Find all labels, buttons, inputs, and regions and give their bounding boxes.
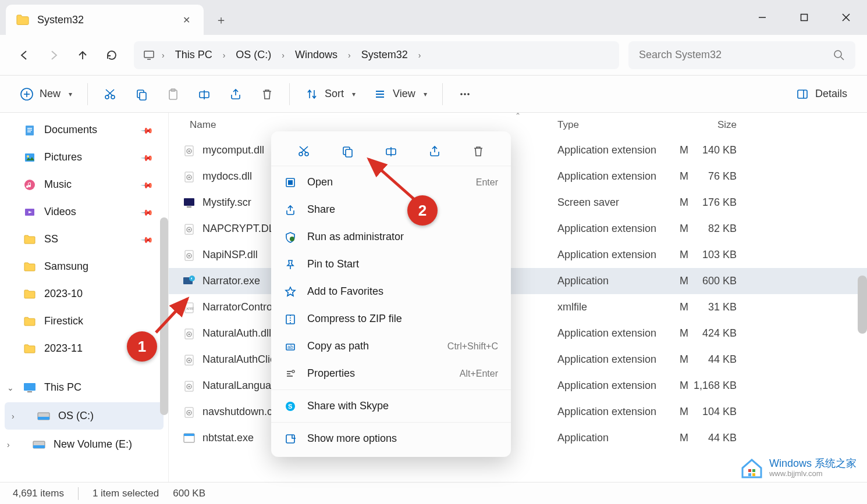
chevron-right-icon[interactable]: › bbox=[279, 51, 287, 60]
context-item[interactable]: Compress to ZIP file bbox=[271, 305, 511, 333]
sidebar-item[interactable]: Pictures📌 bbox=[0, 144, 168, 171]
file-type: Application extension bbox=[553, 170, 668, 183]
crumb-system32[interactable]: System32 bbox=[357, 45, 413, 65]
sidebar-drive[interactable]: ›OS (C:) bbox=[5, 402, 164, 430]
sidebar-drive[interactable]: ›New Volume (E:) bbox=[0, 431, 168, 458]
close-window-button[interactable] bbox=[825, 0, 867, 35]
file-name: NaturalAuth.dll bbox=[202, 327, 271, 339]
view-button[interactable]: View ▾ bbox=[367, 81, 433, 107]
file-type: xmlfile bbox=[553, 301, 668, 313]
context-item[interactable]: SShare with Skype bbox=[271, 392, 511, 420]
context-item[interactable]: PropertiesAlt+Enter bbox=[271, 360, 511, 387]
dll-icon bbox=[183, 144, 196, 157]
share-icon bbox=[284, 203, 297, 216]
refresh-button[interactable] bbox=[99, 42, 125, 68]
chevron-right-icon[interactable]: › bbox=[346, 51, 353, 60]
share-button[interactable] bbox=[223, 81, 248, 107]
maximize-button[interactable] bbox=[783, 0, 825, 35]
sort-button[interactable]: Sort ▾ bbox=[299, 81, 361, 107]
context-item[interactable]: Show more options bbox=[271, 425, 511, 452]
crumb-drive[interactable]: OS (C:) bbox=[231, 45, 276, 65]
sidebar-item[interactable]: SS📌 bbox=[0, 226, 168, 253]
file-name: mydocs.dll bbox=[202, 170, 252, 183]
minimize-button[interactable] bbox=[741, 0, 783, 35]
sidebar-item[interactable]: 2023-10 bbox=[0, 280, 168, 308]
forward-button[interactable] bbox=[41, 42, 66, 68]
ctx-copy-button[interactable] bbox=[337, 141, 358, 162]
sidebar-this-pc[interactable]: ⌄ This PC bbox=[0, 374, 168, 401]
window-controls bbox=[741, 0, 867, 35]
svg-rect-84 bbox=[288, 180, 293, 185]
delete-button[interactable] bbox=[254, 81, 280, 107]
status-selected: 1 item selected bbox=[93, 488, 159, 499]
chevron-right-icon[interactable]: › bbox=[7, 440, 10, 449]
column-type[interactable]: Type bbox=[553, 119, 668, 131]
svg-rect-27 bbox=[798, 90, 807, 98]
zip-icon bbox=[284, 313, 297, 326]
svg-rect-80 bbox=[346, 149, 352, 157]
svg-rect-30 bbox=[27, 128, 32, 129]
svg-rect-42 bbox=[33, 445, 45, 448]
sidebar-label: Music bbox=[44, 178, 72, 191]
annotation-step-1: 1 bbox=[127, 331, 157, 362]
star-icon bbox=[284, 285, 297, 298]
svg-line-7 bbox=[841, 57, 844, 60]
svg-rect-96 bbox=[748, 469, 751, 472]
up-button[interactable] bbox=[70, 42, 95, 68]
paste-button[interactable] bbox=[160, 81, 186, 107]
new-button[interactable]: New ▾ bbox=[14, 81, 78, 107]
explorer-tab[interactable]: System32 ✕ bbox=[6, 5, 204, 35]
folder-icon bbox=[16, 15, 29, 25]
file-name: NarratorContro bbox=[202, 301, 272, 313]
breadcrumb-path[interactable]: › This PC › OS (C:) › Windows › System32… bbox=[134, 41, 619, 69]
chevron-down-icon[interactable]: ⌄ bbox=[7, 383, 14, 392]
file-type: Application extension bbox=[553, 327, 668, 339]
sidebar-item[interactable]: Videos📌 bbox=[0, 198, 168, 226]
svg-point-26 bbox=[467, 93, 470, 95]
chevron-right-icon[interactable]: › bbox=[416, 51, 424, 60]
copy-button[interactable] bbox=[129, 81, 154, 107]
context-item[interactable]: Pin to Start bbox=[271, 251, 511, 278]
chevron-right-icon[interactable]: › bbox=[159, 51, 167, 60]
crumb-thispc[interactable]: This PC bbox=[170, 45, 217, 65]
sidebar-item[interactable]: Firestick bbox=[0, 308, 168, 335]
file-type: Application extension bbox=[553, 406, 668, 418]
close-tab-button[interactable]: ✕ bbox=[179, 15, 193, 26]
context-item[interactable]: Run as administrator bbox=[271, 223, 511, 251]
file-name: NaturalLanguag bbox=[202, 380, 277, 392]
pin-icon: 📌 bbox=[140, 151, 154, 164]
sidebar-item[interactable]: Documents📌 bbox=[0, 116, 168, 144]
more-button[interactable] bbox=[452, 81, 478, 107]
rename-button[interactable] bbox=[191, 81, 217, 107]
context-item[interactable]: Add to Favorites bbox=[271, 278, 511, 305]
dll-icon bbox=[183, 353, 196, 366]
file-scrollbar[interactable] bbox=[858, 276, 867, 334]
svg-rect-74 bbox=[184, 434, 194, 436]
crumb-windows[interactable]: Windows bbox=[290, 45, 342, 65]
sidebar-item[interactable]: Samsung bbox=[0, 253, 168, 280]
drive-icon bbox=[33, 438, 45, 451]
search-input[interactable] bbox=[639, 49, 833, 61]
ctx-delete-button[interactable] bbox=[468, 141, 489, 162]
drive-label: OS (C:) bbox=[58, 410, 94, 422]
file-date-partial: M bbox=[680, 380, 688, 392]
monitor-icon bbox=[142, 48, 156, 62]
back-button[interactable] bbox=[12, 42, 37, 68]
context-label: Share with Skype bbox=[307, 400, 498, 412]
cut-button[interactable] bbox=[97, 81, 123, 107]
svg-rect-31 bbox=[27, 130, 32, 131]
new-tab-button[interactable]: ＋ bbox=[204, 5, 239, 35]
ctx-cut-button[interactable] bbox=[293, 141, 314, 162]
search-box[interactable] bbox=[628, 41, 855, 69]
copy-icon bbox=[134, 87, 148, 101]
trash-icon bbox=[260, 87, 274, 101]
sidebar-item[interactable]: Music📌 bbox=[0, 171, 168, 198]
context-accelerator: Ctrl+Shift+C bbox=[447, 341, 498, 352]
details-button[interactable]: Details bbox=[790, 81, 853, 107]
column-name[interactable]: Name bbox=[169, 119, 553, 131]
chevron-right-icon[interactable]: › bbox=[12, 412, 15, 421]
column-size[interactable]: Size bbox=[668, 119, 745, 131]
context-item[interactable]: abCopy as pathCtrl+Shift+C bbox=[271, 333, 511, 360]
file-name: Mystify.scr bbox=[202, 196, 251, 209]
chevron-right-icon[interactable]: › bbox=[221, 51, 228, 60]
